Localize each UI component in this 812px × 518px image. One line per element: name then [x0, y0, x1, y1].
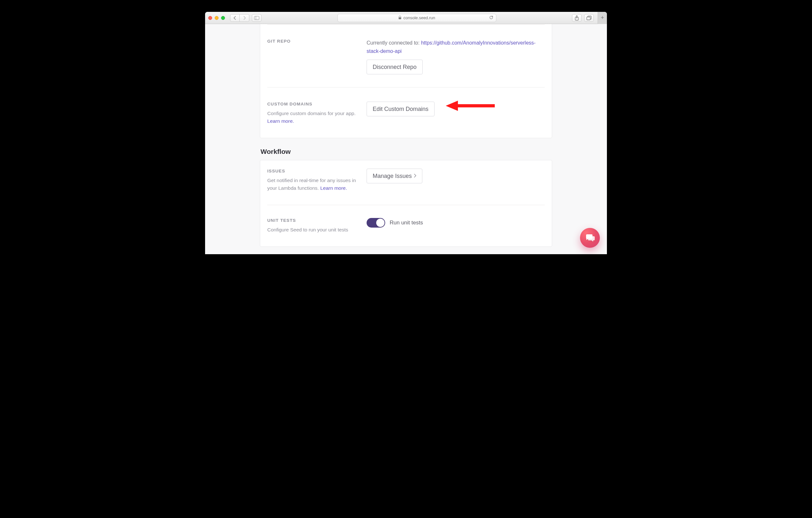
window-controls	[208, 16, 225, 20]
sidebar-toggle-button[interactable]	[252, 14, 261, 22]
chat-icon	[585, 233, 595, 242]
minimize-window-button[interactable]	[215, 16, 219, 20]
unit-tests-toggle-label: Run unit tests	[390, 220, 423, 226]
git-repo-connected-text: Currently connected to: https://github.c…	[367, 39, 545, 55]
new-tab-button[interactable]: +	[598, 12, 607, 24]
workflow-card: ISSUES Get notified in real-time for any…	[260, 160, 552, 247]
titlebar: console.seed.run +	[205, 12, 607, 24]
reload-button[interactable]	[489, 15, 493, 21]
disconnect-repo-button[interactable]: Disconnect Repo	[367, 60, 423, 75]
close-window-button[interactable]	[208, 16, 212, 20]
reload-icon	[489, 15, 493, 20]
titlebar-right	[572, 14, 594, 22]
custom-domains-learn-more-link[interactable]: Learn more.	[267, 118, 294, 124]
page-content: GIT REPO Currently connected to: https:/…	[205, 24, 607, 254]
custom-domains-section: CUSTOM DOMAINS Configure custom domains …	[267, 87, 545, 138]
issues-section: ISSUES Get notified in real-time for any…	[267, 160, 545, 205]
address-bar[interactable]: console.seed.run	[338, 14, 496, 22]
address-bar-text: console.seed.run	[403, 16, 435, 20]
unit-tests-desc: Configure Seed to run your unit tests	[267, 226, 360, 234]
workflow-heading: Workflow	[261, 148, 552, 155]
sidebar-icon	[254, 16, 259, 20]
settings-card-top: GIT REPO Currently connected to: https:/…	[260, 24, 552, 138]
edit-custom-domains-label: Edit Custom Domains	[373, 106, 429, 113]
share-icon	[575, 16, 579, 21]
svg-rect-4	[587, 17, 590, 20]
forward-button[interactable]	[240, 14, 249, 22]
chevron-left-icon	[233, 16, 236, 20]
nav-group	[230, 14, 249, 22]
disconnect-repo-label: Disconnect Repo	[373, 64, 416, 70]
chevron-right-icon	[243, 16, 246, 20]
chat-fab[interactable]	[580, 228, 600, 248]
fullscreen-window-button[interactable]	[221, 16, 225, 20]
git-repo-connected-prefix: Currently connected to:	[367, 40, 421, 46]
back-button[interactable]	[230, 14, 240, 22]
issues-title: ISSUES	[267, 169, 360, 173]
unit-tests-toggle[interactable]	[367, 218, 385, 228]
chevron-right-icon	[414, 173, 416, 178]
tabs-icon	[586, 16, 591, 20]
svg-rect-2	[399, 17, 401, 19]
manage-issues-button[interactable]: Manage Issues	[367, 169, 422, 183]
issues-desc: Get notified in real-time for any issues…	[267, 177, 360, 192]
custom-domains-title: CUSTOM DOMAINS	[267, 102, 360, 107]
svg-rect-0	[255, 16, 259, 20]
manage-issues-label: Manage Issues	[373, 173, 412, 179]
browser-window: console.seed.run +	[205, 12, 607, 254]
custom-domains-desc: Configure custom domains for your app. L…	[267, 110, 360, 125]
tabs-button[interactable]	[584, 14, 594, 22]
issues-learn-more-link[interactable]: Learn more.	[320, 185, 347, 191]
unit-tests-title: UNIT TESTS	[267, 218, 360, 223]
toggle-knob	[376, 219, 384, 227]
unit-tests-section: UNIT TESTS Configure Seed to run your un…	[267, 205, 545, 247]
git-repo-section: GIT REPO Currently connected to: https:/…	[267, 24, 545, 87]
lock-icon	[398, 16, 402, 20]
spacer-section	[267, 24, 545, 24]
share-button[interactable]	[572, 14, 582, 22]
edit-custom-domains-button[interactable]: Edit Custom Domains	[367, 102, 435, 116]
git-repo-title: GIT REPO	[267, 39, 360, 44]
unit-tests-toggle-row: Run unit tests	[367, 218, 545, 228]
